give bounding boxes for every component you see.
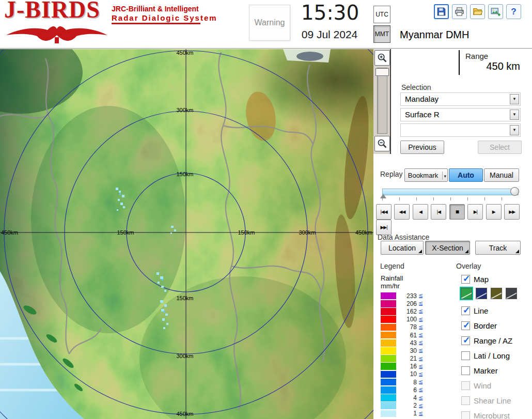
legend-color-swatch xyxy=(381,371,396,378)
legend-color-swatch xyxy=(381,300,396,307)
mmt-toggle-button[interactable]: MMT xyxy=(373,25,390,43)
control-panel: Range 450 km Selection Mandalay Surface … xyxy=(373,49,532,419)
location-button-label: Location xyxy=(388,244,416,252)
less-equal-symbol: ≦ xyxy=(418,379,423,385)
chevron-down-icon[interactable] xyxy=(510,110,519,120)
legend-value: 8 xyxy=(396,379,417,386)
fast-forward-button[interactable]: ▶▶ xyxy=(504,204,520,220)
play-button[interactable]: ▶ xyxy=(486,204,502,220)
map-style-gray-swatch[interactable] xyxy=(506,288,517,299)
timeline-ticks xyxy=(382,197,519,200)
step-forward-button[interactable]: ▶| xyxy=(467,204,483,220)
less-equal-symbol: ≦ xyxy=(418,339,423,346)
overlay-item-range-az[interactable]: Range / AZ xyxy=(461,336,512,345)
checkbox-lati-long[interactable] xyxy=(461,351,470,360)
dropdown-arrow-icon[interactable] xyxy=(442,172,446,180)
overlay-item-border[interactable]: Border xyxy=(461,321,497,330)
legend-value: 16 xyxy=(396,363,417,370)
logo-tagline-1: JRC-Brilliant & Intelligent xyxy=(112,5,199,13)
legend-value: 78 xyxy=(396,323,417,331)
zoom-in-button[interactable] xyxy=(374,50,390,66)
range-label: 150km xyxy=(238,229,255,236)
open-folder-button[interactable] xyxy=(470,4,485,19)
stop-button[interactable]: ■ xyxy=(449,204,465,220)
less-equal-symbol: ≦ xyxy=(418,292,423,299)
timeline-position-handle[interactable] xyxy=(510,187,519,196)
logo-underline xyxy=(112,23,200,24)
legend-color-swatch xyxy=(381,386,396,394)
legend-value: 1 xyxy=(396,410,417,417)
save-button[interactable] xyxy=(434,4,449,19)
data-assistance-label: Data Assistance xyxy=(378,233,429,241)
checkbox-line[interactable] xyxy=(461,306,470,315)
less-equal-symbol: ≦ xyxy=(418,402,423,409)
legend-row: 10≦ xyxy=(381,370,448,378)
x-section-button[interactable]: X-Section xyxy=(425,241,470,255)
legend-row: 43≦ xyxy=(381,339,448,347)
folder-icon xyxy=(473,7,482,17)
bookmark-button[interactable]: Bookmark xyxy=(404,168,448,182)
zoom-slider-track[interactable] xyxy=(377,68,387,134)
export-image-button[interactable] xyxy=(488,4,503,19)
replay-timeline-track[interactable] xyxy=(382,189,519,195)
resize-corner-icon xyxy=(418,250,422,253)
dropdown-site-value: Mandalay xyxy=(401,93,520,105)
chevron-down-icon[interactable] xyxy=(510,125,519,135)
track-button[interactable]: Track xyxy=(475,241,521,255)
map-style-navy-swatch[interactable] xyxy=(476,288,487,299)
map-style-olive-swatch[interactable] xyxy=(491,288,502,299)
select-button[interactable]: Select xyxy=(478,141,522,154)
legend-value: 61 xyxy=(396,332,417,339)
dropdown-extra[interactable] xyxy=(400,123,521,137)
skip-to-start-button[interactable]: |◀◀ xyxy=(376,204,392,220)
rewind-button[interactable]: ◀◀ xyxy=(394,204,410,220)
legend-row: 78≦ xyxy=(381,323,448,331)
checkbox-border[interactable] xyxy=(461,321,470,330)
legend-value: 10 xyxy=(396,370,417,378)
legend-parameter: Rainfall xyxy=(381,274,403,282)
previous-button[interactable]: Previous xyxy=(400,141,444,154)
legend-row: 1≦ xyxy=(381,410,448,417)
dropdown-product[interactable]: Surface R xyxy=(400,108,521,121)
clock-date: 09 Jul 2024 xyxy=(288,28,371,41)
legend-row: 21≦ xyxy=(381,355,448,363)
less-equal-symbol: ≦ xyxy=(418,347,423,354)
x-section-button-label: X-Section xyxy=(432,244,463,252)
play-reverse-button[interactable]: ◀ xyxy=(413,204,428,220)
overlay-item-marker[interactable]: Marker xyxy=(461,366,498,375)
checkbox-microburst xyxy=(461,411,470,419)
less-equal-symbol: ≦ xyxy=(418,332,423,338)
print-button[interactable] xyxy=(452,4,467,19)
step-back-button[interactable]: |◀ xyxy=(431,204,446,220)
less-equal-symbol: ≦ xyxy=(418,300,423,307)
overlay-item-map[interactable]: Map xyxy=(461,274,489,284)
overlay-item-line[interactable]: Line xyxy=(461,306,488,315)
location-button[interactable]: Location xyxy=(381,241,424,255)
manual-replay-button[interactable]: Manual xyxy=(484,168,519,182)
range-label: 450km xyxy=(1,229,18,236)
zoom-slider-handle[interactable] xyxy=(375,68,389,76)
range-label: 450km xyxy=(355,229,372,236)
utc-toggle-button[interactable]: UTC xyxy=(373,6,390,23)
chevron-down-icon[interactable] xyxy=(510,94,519,104)
help-button[interactable]: ? xyxy=(506,4,521,19)
legend-value: 21 xyxy=(396,355,417,362)
overlay-item-lati-long[interactable]: Lati / Long xyxy=(461,351,510,360)
map-style-green-swatch[interactable] xyxy=(461,288,472,299)
legend-row: 16≦ xyxy=(381,363,448,370)
legend-color-swatch xyxy=(381,402,396,409)
checkbox-marker[interactable] xyxy=(461,366,470,375)
legend-color-swatch xyxy=(381,410,396,417)
dropdown-site[interactable]: Mandalay xyxy=(400,92,521,106)
checkbox-range-az[interactable] xyxy=(461,336,470,345)
zoom-column xyxy=(373,49,391,154)
warning-label: Warning xyxy=(255,18,285,27)
legend-row: 206≦ xyxy=(381,300,448,307)
legend-color-swatch xyxy=(381,332,396,339)
legend-color-swatch xyxy=(381,308,396,315)
checkbox-map[interactable] xyxy=(461,275,470,284)
warning-indicator: Warning xyxy=(249,5,290,41)
zoom-out-button[interactable] xyxy=(374,136,390,151)
radar-map-display[interactable]: 450km 300km 150km 150km 300km 450km 450k… xyxy=(0,49,373,419)
auto-replay-button[interactable]: Auto xyxy=(449,168,483,182)
